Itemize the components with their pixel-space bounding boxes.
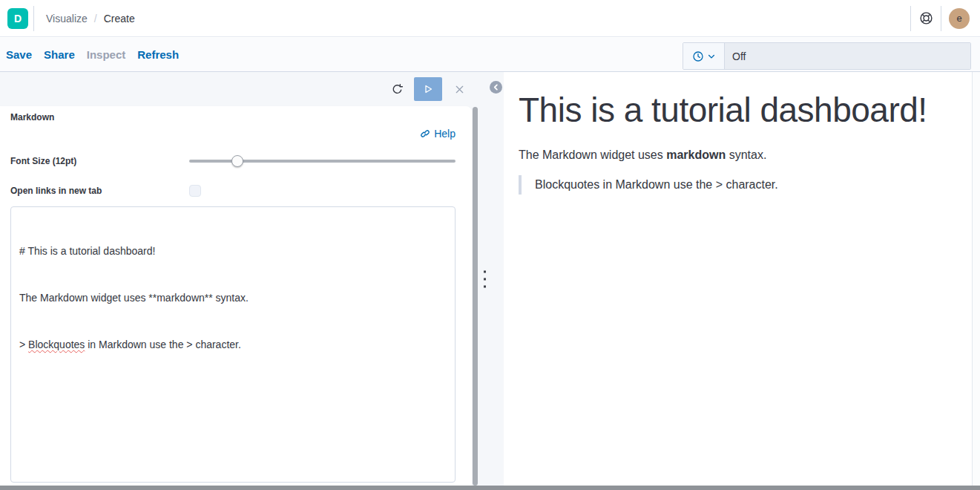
open-links-row: Open links in new tab xyxy=(10,184,456,197)
main-content: Markdown Help Font Size (12pt) xyxy=(0,72,980,486)
markdown-editor-panel: Markdown Help Font Size (12pt) xyxy=(0,72,504,486)
markdown-textarea[interactable]: # This is a tutorial dashboard! The Mark… xyxy=(10,206,456,483)
preview-bold-word: markdown xyxy=(666,148,726,161)
font-size-row: Font Size (12pt) xyxy=(10,154,456,168)
user-avatar[interactable]: e xyxy=(949,8,970,29)
clock-icon xyxy=(692,50,704,62)
collapse-panel-button[interactable] xyxy=(490,81,502,94)
refresh-interval-display[interactable]: Off xyxy=(725,43,970,69)
refresh-button[interactable]: Refresh xyxy=(137,48,179,61)
markdown-help-link[interactable]: Help xyxy=(420,128,456,140)
app-logo-letter: D xyxy=(14,13,22,24)
slider-thumb[interactable] xyxy=(231,155,243,167)
avatar-initial: e xyxy=(956,13,961,24)
textarea-line: The Markdown widget uses **markdown** sy… xyxy=(19,290,447,306)
breadcrumb-create: Create xyxy=(104,13,135,24)
markdown-options-card: Markdown Help Font Size (12pt) xyxy=(0,106,472,486)
breadcrumb: Visualize / Create xyxy=(46,13,135,24)
preview-blockquote: Blockquotes in Markdown use the > charac… xyxy=(519,175,965,195)
window-scrollbar-track xyxy=(972,72,980,486)
preview-heading: This is a tutorial dashboard! xyxy=(519,91,965,129)
misspelled-word: Blockquotes xyxy=(28,339,85,350)
help-link-label: Help xyxy=(434,128,456,140)
visualize-toolbar: Save Share Inspect Refresh Off xyxy=(0,38,980,72)
panel-resize-handle[interactable] xyxy=(481,267,489,290)
textarea-line: # This is a tutorial dashboard! xyxy=(19,244,447,259)
preview-paragraph: The Markdown widget uses markdown syntax… xyxy=(519,148,965,162)
open-links-checkbox[interactable] xyxy=(189,185,201,197)
help-row: Help xyxy=(10,127,456,140)
header-right-group: e xyxy=(910,0,980,36)
help-icon xyxy=(919,11,933,25)
slider-track[interactable] xyxy=(189,160,456,163)
time-quick-select-button[interactable] xyxy=(683,43,725,69)
markdown-preview: This is a tutorial dashboard! The Markdo… xyxy=(504,72,980,486)
font-size-slider xyxy=(189,155,456,167)
window-bottom-edge xyxy=(0,486,980,490)
editor-action-bar xyxy=(0,72,472,106)
app-logo[interactable]: D xyxy=(7,8,28,29)
chevron-left-icon xyxy=(492,83,500,91)
apply-changes-button[interactable] xyxy=(414,77,442,101)
close-editor-button[interactable] xyxy=(447,77,472,101)
close-icon xyxy=(454,84,465,95)
refresh-interval-value: Off xyxy=(732,50,746,62)
textarea-line: > Blockquotes in Markdown use the > char… xyxy=(19,337,447,353)
panel-title: Markdown xyxy=(10,112,456,122)
help-button[interactable] xyxy=(911,6,941,31)
chevron-down-icon xyxy=(707,52,716,61)
font-size-label: Font Size (12pt) xyxy=(10,156,189,166)
breadcrumb-separator: / xyxy=(94,13,97,24)
save-button[interactable]: Save xyxy=(6,48,32,61)
editor-scrollbar[interactable] xyxy=(473,107,478,486)
reload-icon xyxy=(391,83,404,96)
inspect-button[interactable]: Inspect xyxy=(87,48,126,61)
header-divider xyxy=(941,6,941,31)
play-icon xyxy=(421,82,435,96)
discard-changes-button[interactable] xyxy=(384,77,410,101)
open-links-label: Open links in new tab xyxy=(10,186,189,196)
header-divider xyxy=(33,6,34,31)
refresh-interval-control: Off xyxy=(683,42,971,70)
share-button[interactable]: Share xyxy=(44,48,75,61)
breadcrumb-visualize[interactable]: Visualize xyxy=(46,13,88,24)
app-header: D Visualize / Create e xyxy=(0,0,980,37)
link-icon xyxy=(420,128,430,139)
